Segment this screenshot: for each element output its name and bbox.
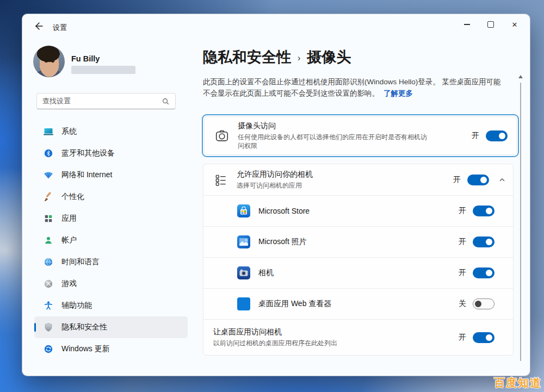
toggle-state-label: 开: [459, 268, 466, 278]
sidebar-item-network[interactable]: 网络和 Internet: [34, 164, 188, 186]
search-icon: [162, 97, 170, 105]
allow-apps-title: 允许应用访问你的相机: [237, 170, 313, 179]
maximize-button[interactable]: [479, 15, 503, 34]
app-name: Microsoft 照片: [258, 237, 307, 247]
system-icon: [43, 126, 54, 137]
app-list-icon: [213, 172, 228, 188]
search-input[interactable]: 查找设置: [36, 93, 176, 109]
web-viewer-toggle[interactable]: [473, 298, 494, 309]
toggle-state-label: 开: [459, 206, 466, 216]
watermark: 百度知道: [494, 376, 542, 390]
toggle-state-label: 开: [459, 237, 466, 247]
network-icon: [43, 170, 54, 181]
app-name: 桌面应用 Web 查看器: [258, 299, 331, 309]
camera-access-title: 摄像头访问: [238, 121, 427, 131]
breadcrumb-separator-icon: ›: [298, 52, 300, 63]
chevron-up-icon[interactable]: [498, 176, 506, 184]
camera-access-subtitle: 任何使用此设备的人都可以选择他们的应用在开启时是否有相机访问权限: [238, 133, 427, 150]
user-name: Fu Billy: [71, 54, 100, 63]
personalization-icon: [43, 191, 54, 202]
breadcrumb: 隐私和安全性 › 摄像头: [203, 47, 351, 67]
sidebar-item-system[interactable]: 系统: [34, 121, 188, 142]
sidebar-item-apps[interactable]: 应用: [34, 208, 188, 229]
sidebar-item-gaming[interactable]: 游戏: [34, 273, 188, 295]
microsoft-store-toggle[interactable]: [473, 206, 494, 216]
page-title: 摄像头: [307, 47, 351, 67]
photos-icon: [237, 235, 250, 248]
app-name: 相机: [258, 268, 274, 278]
sidebar-item-label: 帐户: [61, 235, 77, 245]
sidebar-item-label: 时间和语言: [61, 257, 100, 267]
sidebar-item-label: 隐私和安全性: [61, 322, 107, 332]
toggle-state-label: 开: [459, 333, 466, 343]
microsoft-photos-toggle[interactable]: [473, 237, 494, 247]
user-email-redacted: [71, 66, 135, 74]
time-language-icon: [43, 257, 54, 267]
window-title: 设置: [53, 23, 67, 33]
camera-access-card: 摄像头访问 任何使用此设备的人都可以选择他们的应用在开启时是否有相机访问权限 开: [204, 116, 517, 155]
sidebar-item-personalization[interactable]: 个性化: [34, 186, 188, 208]
back-button[interactable]: [33, 21, 44, 32]
app-row-camera: 相机 开: [203, 257, 513, 288]
accessibility-icon: [43, 300, 54, 311]
camera-app-icon: [237, 266, 250, 279]
sidebar-item-label: 辅助功能: [61, 301, 92, 310]
sidebar-item-label: 应用: [61, 214, 77, 223]
sidebar-item-label: 个性化: [61, 192, 84, 202]
desktop-apps-title: 让桌面应用访问相机: [213, 327, 337, 337]
sidebar-item-label: 系统: [61, 127, 77, 136]
toggle-state-label: 开: [453, 175, 461, 185]
gaming-icon: [43, 278, 54, 289]
sidebar-item-windows-update[interactable]: Windows 更新: [34, 338, 188, 360]
scrollbar[interactable]: [520, 83, 521, 361]
privacy-icon: [43, 322, 54, 333]
desktop-apps-toggle[interactable]: [473, 332, 494, 343]
sidebar-item-bluetooth[interactable]: 蓝牙和其他设备: [34, 142, 188, 164]
desktop-apps-row: 让桌面应用访问相机 以前访问过相机的桌面应用程序在此处列出 开: [203, 319, 513, 355]
sidebar-item-label: 游戏: [61, 279, 77, 289]
web-viewer-icon: [237, 297, 250, 310]
accounts-icon: [43, 235, 54, 246]
description-line2: 不会显示在此页面上或可能不会受到这些设置的影响。: [203, 89, 379, 97]
app-name: Microsoft Store: [258, 207, 310, 215]
camera-settings-list: 允许应用访问你的相机 选择可访问相机的应用 开 Microsoft Store …: [203, 164, 514, 356]
desktop-apps-subtitle: 以前访问过相机的桌面应用程序在此处列出: [213, 339, 337, 347]
description-line1: 此页面上的设置不会阻止你通过相机使用面部识别(Windows Hello)登录。…: [203, 76, 529, 88]
scrollbar-up-icon[interactable]: [518, 75, 523, 78]
camera-access-highlight: 摄像头访问 任何使用此设备的人都可以选择他们的应用在开启时是否有相机访问权限 开: [202, 114, 519, 157]
breadcrumb-parent[interactable]: 隐私和安全性: [203, 47, 291, 67]
minimize-button[interactable]: [455, 15, 479, 34]
camera-outline-icon: [214, 128, 230, 144]
learn-more-link[interactable]: 了解更多: [384, 89, 413, 97]
toggle-state-label: 开: [472, 131, 479, 141]
sidebar-item-accessibility[interactable]: 辅助功能: [34, 295, 188, 316]
allow-apps-subtitle: 选择可访问相机的应用: [237, 181, 313, 190]
window-controls: ✕: [455, 15, 527, 34]
allow-apps-toggle[interactable]: [467, 175, 489, 185]
sidebar-item-time-language[interactable]: 时间和语言: [34, 251, 188, 273]
search-placeholder: 查找设置: [42, 96, 71, 106]
avatar: [33, 46, 65, 77]
app-row-microsoft-store: Microsoft Store 开: [203, 195, 513, 226]
sidebar-item-label: 网络和 Internet: [61, 170, 112, 180]
store-icon: [237, 204, 250, 217]
app-row-web-viewer: 桌面应用 Web 查看器 关: [203, 288, 513, 319]
camera-access-toggle[interactable]: [486, 130, 508, 141]
page-description: 此页面上的设置不会阻止你通过相机使用面部识别(Windows Hello)登录。…: [203, 76, 529, 99]
close-button[interactable]: ✕: [503, 15, 527, 34]
toggle-state-label: 关: [459, 299, 466, 309]
windows-update-icon: [43, 344, 54, 354]
camera-app-toggle[interactable]: [473, 267, 494, 278]
bluetooth-icon: [43, 148, 54, 159]
sidebar-item-accounts[interactable]: 帐户: [34, 229, 188, 251]
sidebar-nav: 系统 蓝牙和其他设备 网络和 Internet 个性化 应用 帐户 时间和语言: [34, 121, 188, 360]
sidebar-item-label: 蓝牙和其他设备: [61, 148, 115, 158]
apps-icon: [43, 213, 54, 224]
allow-apps-row[interactable]: 允许应用访问你的相机 选择可访问相机的应用 开: [203, 164, 513, 195]
sidebar-item-label: Windows 更新: [61, 344, 110, 354]
app-row-microsoft-photos: Microsoft 照片 开: [203, 226, 513, 257]
sidebar-item-privacy-security[interactable]: 隐私和安全性: [34, 316, 188, 338]
settings-window: 设置 ✕ Fu Billy 查找设置 系统 蓝牙和其他设备 网络和 Intern…: [22, 14, 530, 376]
